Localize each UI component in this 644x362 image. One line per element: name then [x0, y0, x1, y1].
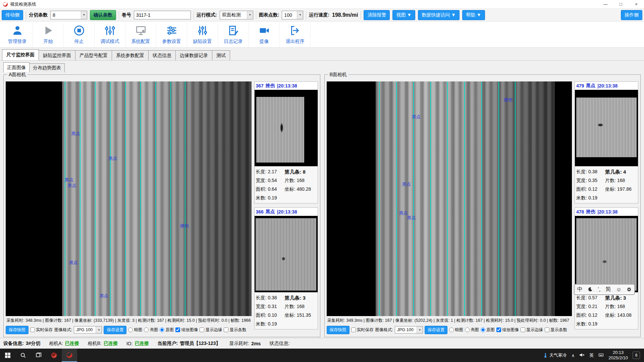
gear-icon[interactable] [627, 287, 632, 292]
start-button[interactable] [0, 349, 15, 362]
tab-defect-monitor[interactable]: 缺陷监控界面 [39, 50, 75, 60]
search-button[interactable] [15, 349, 31, 362]
defect-card[interactable]: 367 挫伤 |20:13:38 长度:2.17 第几条:8 宽度:0.54 [254, 81, 318, 203]
taskbar-app-2[interactable] [62, 349, 77, 362]
operate-side-button[interactable]: 操作侧 [621, 10, 642, 20]
tab-edge-data-record[interactable]: 边缘数据记录 [175, 50, 212, 60]
tab-status-info[interactable]: 状态信息 [148, 50, 176, 60]
tab-test[interactable]: 测试 [212, 50, 230, 60]
original-image-radio[interactable]: 原图 [160, 327, 174, 333]
ime-mode-indicator[interactable]: 中 [577, 286, 583, 293]
log-record-button[interactable]: 日志记录 [218, 23, 249, 47]
defect-settings-button[interactable]: 缺陷设置 [187, 23, 218, 47]
close-button[interactable]: × [629, 0, 644, 8]
data-access-menu-button[interactable]: 数据快捷访问 ▼ [418, 10, 460, 20]
bright-image-radio[interactable]: 亮图 [144, 327, 158, 333]
language-indicator[interactable]: 英 [589, 352, 594, 358]
tab-product-model-config[interactable]: 产品型号配置 [75, 50, 112, 60]
zoom-image-checkbox[interactable]: 缩放图像 [175, 327, 198, 333]
parameter-settings-button[interactable]: 参数设置 [156, 23, 187, 47]
radio-input[interactable] [449, 327, 454, 332]
exit-program-button[interactable]: 退出程序 [280, 23, 311, 47]
subtab-distribution-chart[interactable]: 分布趋势图表 [29, 63, 65, 72]
admin-login-button[interactable]: 管理登录 [2, 23, 33, 47]
checkbox-input[interactable] [496, 327, 501, 332]
radio-input[interactable] [465, 327, 470, 332]
touch-keyboard-icon[interactable] [598, 352, 604, 359]
radio-input[interactable] [160, 327, 164, 332]
field-label: 米数: [576, 321, 587, 327]
save-settings-button[interactable]: 保存设置 [425, 326, 447, 334]
zoom-image-checkbox[interactable]: 缩放图像 [496, 327, 519, 333]
radio-input[interactable] [128, 327, 133, 332]
minimize-button[interactable]: — [598, 0, 613, 8]
view-menu-button[interactable]: 视图 ▼ [392, 10, 415, 20]
notification-badge[interactable]: 6 [633, 352, 640, 359]
defect-type: 挫伤 [586, 209, 595, 215]
camera-icon [259, 25, 270, 37]
checkbox-input[interactable] [545, 327, 549, 332]
stop-button[interactable]: 停止 [64, 23, 95, 47]
show-strips-checkbox[interactable]: 显示条数 [224, 327, 246, 333]
ime-toolbar[interactable]: 中 ’, 简 ☺ [574, 284, 635, 295]
capture-image-button[interactable]: 提像 [249, 23, 280, 47]
subtab-front-image[interactable]: 正面图像 [3, 62, 30, 72]
defect-card[interactable]: 478 挫伤 |20:13:38 长度:0.57 第几条:3 宽度:0.21 [575, 207, 638, 329]
checkbox-input[interactable] [30, 327, 35, 332]
checkbox-input[interactable] [351, 327, 356, 332]
original-image-radio[interactable]: 原图 [481, 327, 495, 333]
tab-size-monitor[interactable]: 尺寸监控界面 [2, 49, 39, 60]
checkbox-input[interactable] [200, 327, 204, 332]
punctuation-indicator[interactable]: ’, [598, 287, 600, 293]
checkbox-input[interactable] [521, 327, 525, 332]
defect-card-header: 478 挫伤 |20:13:38 [575, 208, 638, 216]
save-settings-button[interactable]: 保存设置 [104, 326, 126, 334]
show-edge-checkbox[interactable]: 显示边缘 [200, 327, 222, 333]
emoji-icon[interactable]: ☺ [616, 287, 622, 293]
current-user-label: 当前用户: [157, 341, 178, 347]
field-label: 宽度: [576, 304, 587, 310]
checkbox-input[interactable] [175, 327, 180, 332]
toolbar-separator [361, 11, 361, 19]
tray-expand-icon[interactable]: ∧ [572, 353, 575, 358]
realtime-save-checkbox[interactable]: 实时保存 [351, 327, 374, 333]
slit-count-select[interactable]: 8 ▼ [50, 11, 87, 19]
tab-system-param-config[interactable]: 系统参数配置 [112, 50, 149, 60]
run-mode-select[interactable]: 双面检测 ▼ [220, 11, 253, 19]
debug-mode-button[interactable]: 调试模式 [95, 23, 125, 47]
taskbar-app-1[interactable] [46, 349, 62, 362]
help-menu-button[interactable]: 帮助 ▼ [462, 10, 485, 20]
radio-input[interactable] [481, 327, 485, 332]
checkbox-input[interactable] [224, 327, 228, 332]
start-button[interactable]: 开始 [33, 23, 64, 47]
image-format-select[interactable]: JPG 100▼ [74, 326, 102, 334]
drive-side-button[interactable]: 传动侧 [2, 10, 23, 20]
weather-widget[interactable]: 天气寒冷 [543, 352, 567, 358]
show-edge-checkbox[interactable]: 显示边缘 [521, 327, 543, 333]
moon-icon[interactable] [588, 287, 593, 292]
system-config-button[interactable]: 系统配置 [125, 23, 156, 47]
simplified-indicator[interactable]: 简 [605, 286, 611, 293]
dark-image-radio[interactable]: 暗图 [128, 327, 142, 333]
maximize-button[interactable]: □ [613, 0, 629, 8]
show-strips-checkbox[interactable]: 显示条数 [545, 327, 567, 333]
bright-image-radio[interactable]: 亮图 [465, 327, 479, 333]
volume-muted-icon[interactable] [579, 352, 585, 359]
realtime-save-checkbox[interactable]: 实时保存 [30, 327, 53, 333]
chart-points-select[interactable]: 100 ▼ [282, 11, 303, 19]
task-view-button[interactable] [31, 349, 46, 362]
save-snapshot-button[interactable]: 保存快照 [327, 326, 350, 334]
roll-number-input[interactable] [134, 11, 191, 19]
defect-card[interactable]: 366 黑点 |20:13:38 长度:0.38 第几条:3 宽度:0.31 [254, 207, 318, 329]
dark-image-radio[interactable]: 暗图 [449, 327, 463, 333]
save-snapshot-button[interactable]: 保存快照 [6, 326, 29, 334]
camera-b-state: 已连接 [104, 341, 118, 347]
io-label: IO: [126, 341, 133, 346]
field-value: 168 [617, 178, 625, 184]
clear-alarm-button[interactable]: 清除报警 [364, 10, 390, 20]
taskbar-clock[interactable]: 20:13 2025/2/10 [608, 350, 628, 361]
radio-input[interactable] [144, 327, 149, 332]
defect-card[interactable]: 479 黑点 |20:13:38 长度:0.38 第几条:4 宽度:0.35 [575, 81, 638, 203]
confirm-count-button[interactable]: 确认条数 [90, 10, 116, 20]
image-format-select[interactable]: JPG 100▼ [395, 326, 423, 334]
